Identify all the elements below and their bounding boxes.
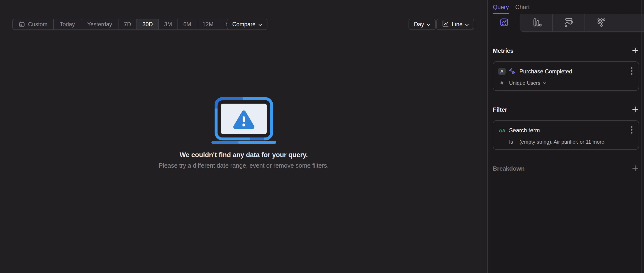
tab-more-reports[interactable] (584, 14, 617, 32)
granularity-dropdown-button[interactable]: Day (408, 19, 436, 30)
query-builder-sidebar: Query Chart (488, 0, 644, 273)
chevron-down-icon (543, 82, 546, 84)
metrics-heading: Metrics (493, 47, 514, 54)
plus-icon (632, 165, 638, 173)
no-data-laptop-warning-illustration (211, 97, 276, 144)
line-chart-icon (442, 20, 449, 29)
tab-retention-report[interactable] (552, 14, 584, 32)
report-type-tabs (488, 14, 644, 32)
add-metric-button[interactable] (631, 47, 639, 55)
chevron-down-icon (427, 21, 430, 28)
insights-line-chart-icon (499, 17, 510, 29)
tab-chart[interactable]: Chart (515, 0, 530, 14)
tab-funnels-report[interactable] (520, 14, 552, 32)
tab-chart-label: Chart (515, 4, 530, 10)
date-preset-custom[interactable]: Custom (13, 19, 54, 29)
date-preset-7d[interactable]: 7D (118, 19, 137, 29)
metrics-section-header: Metrics (493, 47, 639, 54)
filter-section-header: Filter (493, 106, 639, 113)
chevron-down-icon (465, 21, 469, 28)
metric-event-name: Purchase Completed (520, 68, 630, 75)
sidebar-tabs: Query Chart (488, 0, 644, 14)
filter-property-name: Search term (509, 127, 630, 134)
kebab-menu-icon (631, 126, 633, 135)
series-letter-badge: A (498, 68, 506, 75)
sidebar-scrollbar-gutter[interactable] (641, 0, 644, 273)
chart-type-dropdown-button[interactable]: Line (436, 19, 474, 30)
string-type-badge: Aa (498, 128, 506, 133)
filter-condition-row[interactable]: Is (empty string), Air purifier, or 11 m… (498, 139, 634, 145)
query-builder-content: Metrics A (488, 32, 644, 273)
tab-insights-report[interactable] (488, 14, 520, 32)
add-breakdown-button[interactable] (631, 165, 639, 173)
tab-query[interactable]: Query (493, 0, 509, 14)
filter-options-button[interactable] (630, 125, 634, 136)
empty-state-title: We couldn't find any data for your query… (109, 151, 379, 159)
filter-card: Aa Search term Is (empt (493, 120, 639, 150)
date-preset-6m[interactable]: 6M (178, 19, 197, 29)
date-preset-yesterday[interactable]: Yesterday (81, 19, 118, 29)
filter-heading: Filter (493, 106, 507, 113)
chart-type-label: Line (452, 21, 462, 28)
granularity-label: Day (414, 21, 424, 28)
aggregation-selector[interactable]: # Unique Users (498, 80, 634, 86)
dots-grid-icon (596, 17, 606, 29)
date-preset-30d-selected[interactable]: 30D (137, 19, 158, 29)
analytics-app: Custom Today Yesterday 7D 30D 3M 6M 12M (0, 0, 644, 273)
calendar-icon (19, 21, 25, 27)
compare-label: Compare (232, 21, 256, 28)
chevron-down-icon (258, 21, 262, 28)
breakdown-heading: Breakdown (493, 165, 524, 172)
empty-state: We couldn't find any data for your query… (109, 97, 379, 169)
empty-state-subtitle: Please try a different date range, event… (109, 162, 379, 169)
cursor-click-icon (508, 68, 516, 75)
breakdown-section-header: Breakdown (493, 165, 639, 172)
date-range-selector: Custom Today Yesterday 7D 30D 3M 6M 12M (12, 19, 249, 30)
date-preset-3m[interactable]: 3M (159, 19, 178, 29)
filter-property-row[interactable]: Aa Search term (498, 125, 634, 136)
chart-canvas-area: Custom Today Yesterday 7D 30D 3M 6M 12M (0, 0, 488, 273)
kebab-menu-icon (631, 67, 633, 76)
add-filter-button[interactable] (631, 106, 639, 114)
plus-icon (632, 106, 638, 114)
date-preset-12m[interactable]: 12M (197, 19, 220, 29)
metric-options-button[interactable] (630, 66, 634, 77)
plus-icon (632, 47, 638, 55)
bar-chart-icon (531, 17, 542, 29)
tab-strip-filler (617, 14, 644, 32)
tab-query-label: Query (493, 4, 509, 10)
aggregation-symbol: # (498, 80, 506, 86)
compare-dropdown-button[interactable]: Compare (227, 19, 268, 30)
filter-operator: Is (509, 139, 513, 145)
metric-card: A Purchase Completed (493, 61, 639, 91)
metric-event-row[interactable]: A Purchase Completed (498, 66, 634, 77)
retention-flow-icon (564, 17, 574, 29)
active-tab-underline (493, 13, 509, 14)
filter-values: (empty string), Air purifier, or 11 more (520, 139, 604, 145)
date-preset-custom-label: Custom (28, 21, 48, 28)
aggregation-label: Unique Users (509, 80, 540, 86)
date-preset-today[interactable]: Today (54, 19, 81, 29)
